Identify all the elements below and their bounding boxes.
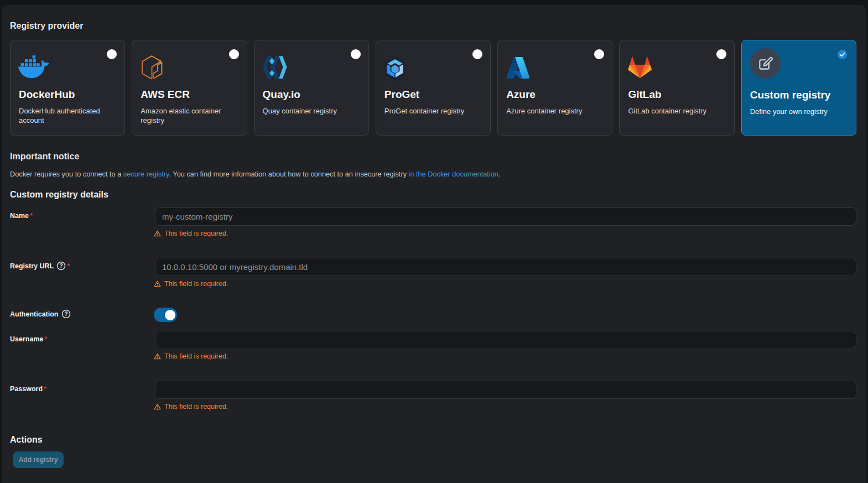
svg-text:?: ? <box>64 310 67 317</box>
svg-text:?: ? <box>59 262 63 269</box>
